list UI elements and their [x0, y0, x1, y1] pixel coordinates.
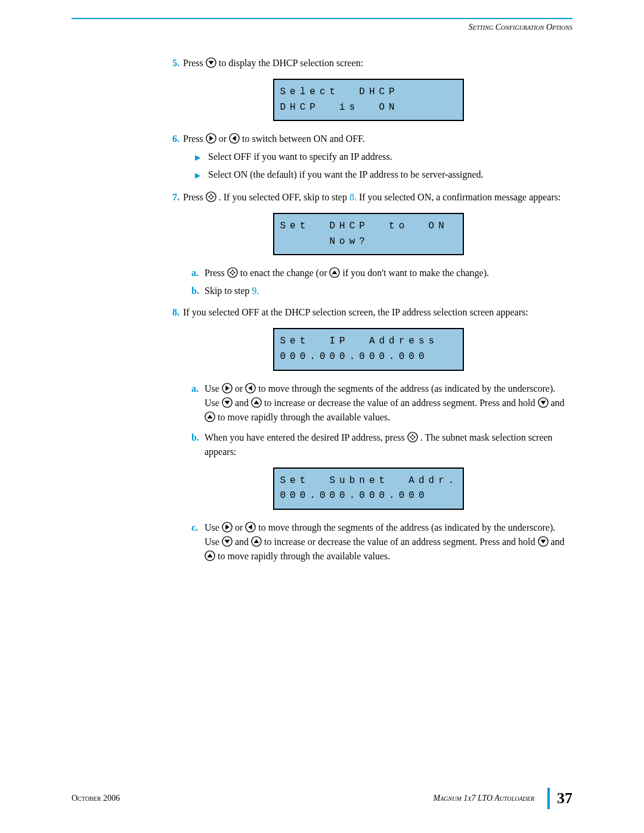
bullet-item: ▶ Select OFF if you want to specify an I… — [195, 150, 572, 164]
step-link-8[interactable]: 8. — [349, 192, 357, 202]
text: Press — [205, 268, 227, 278]
step-8: 8. If you selected OFF at the DHCP selec… — [164, 305, 572, 320]
lcd-display-ip-address: Set IP Address 000.000.000.000 — [273, 328, 464, 370]
step-number: 7. — [164, 190, 183, 205]
substep-text: Skip to step 9. — [205, 284, 572, 298]
step-5: 5. Press to display the DHCP selection s… — [164, 56, 572, 70]
right-arrow-icon — [206, 133, 216, 144]
substep-text: When you have entered the desired IP add… — [205, 431, 572, 459]
substep-letter: c. — [191, 522, 198, 532]
lcd-line: Set IP Address — [280, 334, 457, 349]
text: When you have entered the desired IP add… — [205, 432, 407, 442]
left-arrow-icon — [229, 133, 240, 144]
substep-text: Use or to move through the segments of t… — [205, 382, 572, 425]
enter-icon — [206, 191, 216, 202]
down-arrow-icon — [222, 397, 233, 408]
text: to move rapidly through the available va… — [218, 412, 390, 422]
text: to move rapidly through the available va… — [218, 551, 390, 561]
text: and — [235, 537, 251, 547]
right-arrow-icon — [222, 522, 233, 532]
footer-product: Magnum 1x7 LTO Autoloader — [434, 794, 534, 803]
text: Skip to step — [205, 286, 252, 296]
text: and — [551, 398, 565, 408]
left-arrow-icon — [245, 522, 256, 532]
substep-letter: a. — [191, 268, 199, 278]
lcd-display-dhcp-confirm: Set DHCP to ON Now? — [273, 213, 464, 255]
footer-divider — [547, 788, 550, 809]
substep-7a: a. Press to enact the change (or if you … — [191, 266, 572, 280]
lcd-line: Select DHCP — [280, 85, 457, 100]
bullet-item: ▶ Select ON (the default) if you want th… — [195, 168, 572, 182]
down-arrow-icon — [222, 536, 233, 547]
step-link-9[interactable]: 9. — [252, 286, 259, 296]
footer-right: Magnum 1x7 LTO Autoloader 37 — [434, 788, 572, 809]
right-arrow-icon — [222, 383, 233, 394]
lcd-line: Set DHCP to ON — [280, 219, 457, 234]
text: Press — [183, 58, 206, 68]
substep-letter: b. — [191, 286, 199, 296]
step-text: If you selected OFF at the DHCP selectio… — [183, 305, 572, 320]
text: or — [219, 134, 229, 144]
bullet-triangle-icon: ▶ — [195, 153, 200, 162]
lcd-line: 000.000.000.000 — [280, 488, 457, 504]
up-arrow-icon — [205, 411, 215, 422]
page-footer: October 2006 Magnum 1x7 LTO Autoloader 3… — [72, 788, 572, 809]
header-section-title: Setting Configuration Options — [72, 23, 572, 32]
text: Press — [183, 192, 206, 202]
text: Use — [205, 522, 222, 532]
text: Select OFF if you want to specify an IP … — [208, 150, 572, 164]
substep-text: Press to enact the change (or if you don… — [205, 266, 572, 280]
step-7: 7. Press . If you selected OFF, skip to … — [164, 190, 572, 205]
step-text: Press to display the DHCP selection scre… — [183, 56, 572, 70]
bullet-triangle-icon: ▶ — [195, 171, 200, 179]
text: If you selected ON, a confirmation messa… — [359, 192, 561, 202]
text: Press — [183, 134, 206, 144]
footer-date: October 2006 — [72, 794, 120, 803]
up-arrow-icon — [205, 550, 215, 561]
up-arrow-icon — [329, 267, 340, 278]
down-arrow-icon — [538, 397, 549, 408]
lcd-line: 000.000.000.000 — [280, 349, 457, 365]
text: if you don't want to make the change). — [342, 268, 488, 278]
text: or — [235, 522, 245, 532]
step-number: 5. — [164, 56, 183, 70]
substep-8c: c. Use or to move through the segments o… — [191, 521, 572, 563]
text: and — [551, 537, 565, 547]
down-arrow-icon — [538, 536, 549, 547]
up-arrow-icon — [251, 397, 262, 408]
step-number: 8. — [164, 305, 183, 320]
content-body: 5. Press to display the DHCP selection s… — [164, 56, 572, 563]
step-6: 6. Press or to switch between ON and OFF… — [164, 132, 572, 185]
substep-8b: b. When you have entered the desired IP … — [191, 431, 572, 459]
page-number: 37 — [557, 789, 572, 807]
page: Setting Configuration Options 5. Press t… — [0, 0, 644, 833]
text: Use — [205, 383, 222, 394]
lcd-display-subnet: Set Subnet Addr. 000.000.000.000 — [273, 467, 464, 510]
text: or — [235, 383, 245, 394]
substep-7b: b. Skip to step 9. — [191, 284, 572, 298]
lcd-line: Set Subnet Addr. — [280, 473, 457, 489]
substep-letter: b. — [191, 432, 199, 442]
text: Select ON (the default) if you want the … — [208, 168, 572, 182]
header-rule — [72, 18, 572, 19]
text: to switch between ON and OFF. — [242, 134, 365, 144]
step-text: Press . If you selected OFF, skip to ste… — [183, 190, 572, 205]
step-text: Press or to switch between ON and OFF. ▶… — [183, 132, 572, 185]
step-number: 6. — [164, 132, 183, 185]
text: to increase or decrease the value of an … — [264, 537, 538, 547]
enter-icon — [227, 267, 238, 278]
up-arrow-icon — [251, 536, 262, 547]
text: to display the DHCP selection screen: — [219, 58, 363, 68]
text: and — [235, 398, 251, 408]
lcd-line: DHCP is ON — [280, 100, 457, 116]
lcd-line: Now? — [280, 234, 457, 250]
text: to increase or decrease the value of an … — [264, 398, 538, 408]
enter-icon — [407, 432, 418, 442]
left-arrow-icon — [245, 383, 256, 394]
substep-8a: a. Use or to move through the segments o… — [191, 382, 572, 425]
text: . If you selected OFF, skip to step — [219, 192, 349, 202]
text: to enact the change (or — [240, 268, 330, 278]
substep-text: Use or to move through the segments of t… — [205, 521, 572, 563]
lcd-display-dhcp-select: Select DHCP DHCP is ON — [273, 79, 464, 121]
substep-letter: a. — [191, 383, 199, 394]
